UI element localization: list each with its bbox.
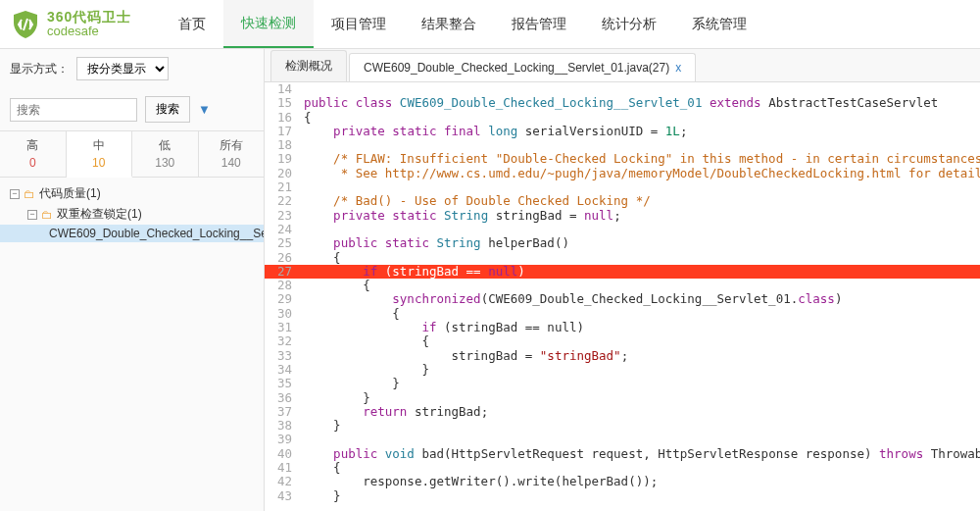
line-number: 24 bbox=[265, 223, 300, 236]
line-number: 16 bbox=[265, 111, 300, 125]
code-line: 25 public static String helperBad() bbox=[265, 236, 980, 250]
code-line: 38 } bbox=[265, 419, 980, 433]
line-number: 31 bbox=[265, 321, 300, 334]
code-line: 15public class CWE609_Double_Checked_Loc… bbox=[265, 96, 980, 110]
folder-icon: 🗀 bbox=[41, 208, 53, 222]
display-mode-select[interactable]: 按分类显示 bbox=[76, 57, 169, 80]
code-text: } bbox=[300, 377, 980, 390]
code-line: 39 bbox=[265, 433, 980, 446]
code-text: if (stringBad == null) bbox=[300, 321, 980, 334]
code-text: /* FLAW: Insufficient "Double-Checked Lo… bbox=[300, 152, 980, 166]
code-line: 41 { bbox=[265, 461, 980, 475]
code-line: 14 bbox=[265, 82, 980, 96]
code-text: public class CWE609_Double_Checked_Locki… bbox=[300, 96, 980, 110]
filter-icon[interactable]: ▼ bbox=[198, 102, 211, 117]
nav-item[interactable]: 系统管理 bbox=[674, 0, 764, 48]
code-text: { bbox=[300, 334, 980, 348]
brand-name-cn: 360代码卫士 bbox=[47, 10, 131, 25]
stat-cell[interactable]: 中10 bbox=[67, 131, 133, 178]
line-number: 25 bbox=[265, 236, 300, 250]
stat-label: 所有 bbox=[199, 137, 265, 154]
editor-tabs: 检测概况 CWE609_Double_Checked_Locking__Serv… bbox=[265, 49, 980, 82]
line-number: 30 bbox=[265, 307, 300, 321]
code-text: stringBad = "stringBad"; bbox=[300, 349, 980, 363]
code-line: 22 /* Bad() - Use of Double Checked Lock… bbox=[265, 194, 980, 208]
code-line: 28 { bbox=[265, 279, 980, 292]
code-line: 32 { bbox=[265, 334, 980, 348]
code-text: * See http://www.cs.umd.edu/~pugh/java/m… bbox=[300, 167, 980, 180]
nav-item[interactable]: 结果整合 bbox=[404, 0, 494, 48]
stat-cell[interactable]: 低130 bbox=[132, 131, 199, 177]
code-text: { bbox=[300, 279, 980, 292]
code-line: 27 if (stringBad == null) bbox=[265, 265, 980, 279]
search-button[interactable]: 搜索 bbox=[145, 96, 190, 123]
nav-item[interactable]: 快速检测 bbox=[223, 0, 314, 48]
tree-label: 双重检查锁定(1) bbox=[57, 206, 142, 223]
stat-label: 中 bbox=[67, 137, 132, 154]
stat-value: 0 bbox=[0, 156, 66, 170]
nav-item[interactable]: 首页 bbox=[161, 0, 223, 48]
line-number: 26 bbox=[265, 251, 300, 265]
code-line: 26 { bbox=[265, 251, 980, 265]
line-number: 29 bbox=[265, 292, 300, 306]
code-text: response.getWriter().write(helperBad()); bbox=[300, 475, 980, 488]
code-text bbox=[300, 433, 980, 446]
code-text: { bbox=[300, 307, 980, 321]
nav-item[interactable]: 统计分析 bbox=[584, 0, 674, 48]
code-text: } bbox=[300, 419, 980, 433]
tree-root[interactable]: − 🗀 代码质量(1) bbox=[0, 183, 264, 204]
code-line: 23 private static String stringBad = nul… bbox=[265, 209, 980, 223]
code-line: 34 } bbox=[265, 363, 980, 377]
stat-label: 低 bbox=[132, 137, 198, 154]
nav-item[interactable]: 项目管理 bbox=[314, 0, 404, 48]
code-line: 37 return stringBad; bbox=[265, 405, 980, 419]
line-number: 21 bbox=[265, 180, 300, 194]
line-number: 38 bbox=[265, 419, 300, 433]
line-number: 22 bbox=[265, 194, 300, 208]
sidebar: 显示方式： 按分类显示 搜索 ▼ 高0中10低130所有140 − 🗀 代码质量… bbox=[0, 49, 265, 511]
tree-label: CWE609_Double_Checked_Locking__Servlet_0… bbox=[49, 227, 265, 240]
code-text: { bbox=[300, 251, 980, 265]
shield-icon bbox=[10, 9, 41, 40]
code-line: 35 } bbox=[265, 377, 980, 390]
tree-leaf[interactable]: CWE609_Double_Checked_Locking__Servlet_0… bbox=[0, 225, 264, 242]
line-number: 14 bbox=[265, 82, 300, 96]
code-line: 40 public void bad(HttpServletRequest re… bbox=[265, 447, 980, 461]
main-nav: 首页快速检测项目管理结果整合报告管理统计分析系统管理 bbox=[161, 0, 764, 48]
code-line: 18 bbox=[265, 138, 980, 152]
line-number: 18 bbox=[265, 138, 300, 152]
display-mode-label: 显示方式： bbox=[10, 61, 69, 77]
stat-cell[interactable]: 高0 bbox=[0, 131, 67, 177]
nav-item[interactable]: 报告管理 bbox=[494, 0, 584, 48]
stat-label: 高 bbox=[0, 137, 66, 154]
tab-overview[interactable]: 检测概况 bbox=[270, 50, 347, 81]
collapse-icon[interactable]: − bbox=[27, 210, 37, 220]
search-input[interactable] bbox=[10, 98, 137, 122]
issue-tree: − 🗀 代码质量(1) − 🗀 双重检查锁定(1) CWE609_Double_… bbox=[0, 178, 264, 248]
tree-child[interactable]: − 🗀 双重检查锁定(1) bbox=[0, 204, 264, 225]
stat-value: 130 bbox=[132, 156, 198, 170]
tab-file[interactable]: CWE609_Double_Checked_Locking__Servlet_0… bbox=[349, 53, 696, 81]
line-number: 20 bbox=[265, 167, 300, 180]
code-text: public void bad(HttpServletRequest reque… bbox=[300, 447, 980, 461]
code-text bbox=[300, 138, 980, 152]
code-line: 33 stringBad = "stringBad"; bbox=[265, 349, 980, 363]
line-number: 35 bbox=[265, 377, 300, 390]
code-line: 36 } bbox=[265, 391, 980, 405]
line-number: 23 bbox=[265, 209, 300, 223]
line-number: 33 bbox=[265, 349, 300, 363]
code-text: private static final long serialVersionU… bbox=[300, 125, 980, 138]
close-icon[interactable]: x bbox=[675, 61, 681, 75]
code-text: synchronized(CWE609_Double_Checked_Locki… bbox=[300, 292, 980, 306]
code-text: /* Bad() - Use of Double Checked Locking… bbox=[300, 194, 980, 208]
stat-value: 140 bbox=[199, 156, 265, 170]
line-number: 15 bbox=[265, 96, 300, 110]
code-text bbox=[300, 82, 980, 96]
code-line: 30 { bbox=[265, 307, 980, 321]
stat-cell[interactable]: 所有140 bbox=[199, 131, 265, 177]
code-text: } bbox=[300, 363, 980, 377]
code-line: 19 /* FLAW: Insufficient "Double-Checked… bbox=[265, 152, 980, 166]
code-viewer[interactable]: 1415public class CWE609_Double_Checked_L… bbox=[265, 82, 980, 511]
collapse-icon[interactable]: − bbox=[10, 189, 20, 199]
code-text: { bbox=[300, 111, 980, 125]
